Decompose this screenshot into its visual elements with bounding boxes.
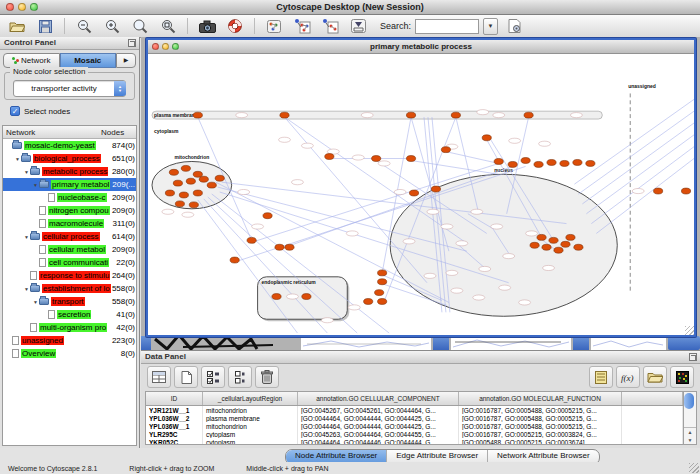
table-row[interactable]: YPL036W__2plasma membrane[GO:0044464, GO… [146, 414, 683, 422]
network-node[interactable] [681, 188, 690, 194]
network-node[interactable] [508, 161, 517, 167]
zoom-out-button[interactable] [72, 17, 96, 36]
tree-expand-icon[interactable]: ▼ [23, 234, 30, 240]
column-header[interactable]: _cellularLayoutRegion [203, 392, 298, 406]
tree-item[interactable]: macromolecule311(0) [3, 217, 136, 230]
select-attributes-button[interactable] [147, 366, 171, 388]
view-minimize-button[interactable] [162, 43, 169, 50]
network-node[interactable] [586, 160, 595, 166]
network-node[interactable] [406, 156, 415, 162]
delete-attribute-button[interactable] [255, 366, 279, 388]
table-row[interactable]: YJR121W__1mitochondrion[GO:0045267, GO:0… [146, 406, 683, 415]
network-node[interactable] [482, 135, 491, 141]
network-view-titlebar[interactable]: primary metabolic process [148, 40, 694, 54]
tree-expand-icon[interactable]: ▼ [14, 156, 21, 162]
tree-item[interactable]: unassigned223(0) [3, 334, 136, 347]
network-node[interactable] [534, 161, 543, 167]
scroll-up-icon[interactable]: ▲ [688, 429, 693, 435]
zoom-in-button[interactable] [100, 17, 124, 36]
tab-network[interactable]: Network [3, 53, 60, 68]
network-node[interactable] [494, 159, 503, 165]
network-node[interactable] [364, 299, 373, 305]
network-node[interactable] [175, 201, 184, 207]
more-tabs-button[interactable]: ▶ [116, 53, 136, 68]
tree-item[interactable]: mosaic-demo-yeast874(0) [3, 139, 136, 152]
export-image-button[interactable] [195, 17, 219, 36]
matrix-view-button[interactable] [670, 366, 694, 388]
network-node[interactable] [378, 279, 387, 285]
select-nodes-checkbox[interactable]: ✓ [10, 106, 20, 116]
network-view-window[interactable]: primary metabolic process plasma membran… [146, 38, 696, 337]
network-overview-button[interactable] [262, 17, 286, 36]
search-options-dropdown[interactable]: ▼ [483, 18, 498, 35]
zoom-fit-button[interactable] [156, 17, 180, 36]
network-node[interactable] [560, 160, 569, 166]
network-node[interactable] [263, 213, 272, 219]
network-node[interactable] [280, 112, 289, 118]
network-node[interactable] [173, 180, 182, 186]
network-canvas[interactable]: plasma membranecytoplasmmitochondrionnuc… [148, 54, 694, 335]
tree-expand-icon[interactable]: ▼ [23, 169, 30, 175]
table-row[interactable]: YKR052Ccytoplasm[GO:0044464, GO:0044446,… [146, 438, 683, 445]
column-header[interactable]: annotation.GO CELLULAR_COMPONENT [298, 392, 459, 406]
network-node[interactable] [451, 112, 460, 118]
window-resize-grip[interactable] [685, 326, 694, 335]
network-node[interactable] [542, 244, 551, 250]
network-node[interactable] [193, 112, 202, 118]
network-node[interactable] [409, 190, 418, 196]
network-node[interactable] [530, 242, 539, 248]
table-row[interactable]: YPL036W__1mitochondrion[GO:0044464, GO:0… [146, 422, 683, 430]
tree-item[interactable]: cell communicati22(0) [3, 256, 136, 269]
network-node[interactable] [554, 247, 563, 253]
network-node[interactable] [573, 159, 582, 165]
app-resize-grip[interactable] [689, 463, 699, 473]
tab-mosaic[interactable]: Mosaic [60, 53, 117, 68]
scroll-down-icon[interactable]: ▼ [688, 437, 693, 443]
network-node[interactable] [186, 178, 195, 184]
import-table-button[interactable] [346, 17, 370, 36]
open-session-button[interactable] [5, 17, 29, 36]
column-header[interactable]: ID [146, 392, 203, 406]
network-node[interactable] [285, 244, 294, 250]
unselect-all-attributes-button[interactable] [228, 366, 252, 388]
network-node[interactable] [199, 176, 208, 182]
network-node[interactable] [372, 156, 381, 162]
tree-item[interactable]: nucleobase-c209(0) [3, 191, 136, 204]
tree-expand-icon[interactable]: ▼ [23, 286, 30, 292]
float-panel-icon[interactable] [128, 39, 136, 47]
network-node[interactable] [378, 270, 387, 276]
scrollbar-arrows[interactable]: ▲▼ [684, 427, 696, 444]
network-node[interactable] [207, 182, 216, 188]
network-node[interactable] [325, 154, 334, 160]
network-node[interactable] [247, 237, 256, 243]
network-node[interactable] [521, 158, 530, 164]
app-titlebar[interactable]: Cytoscape Desktop (New Session) [0, 0, 700, 15]
tree-item[interactable]: ▼metabolic process280(0) [3, 165, 136, 178]
layout-selected-button[interactable] [318, 17, 342, 36]
create-attribute-button[interactable] [174, 366, 198, 388]
save-session-button[interactable] [33, 17, 57, 36]
network-node[interactable] [375, 290, 384, 296]
import-attributes-button[interactable] [643, 366, 667, 388]
layout-network-button[interactable] [290, 17, 314, 36]
tree-item[interactable]: multi-organism pro42(0) [3, 321, 136, 334]
network-node[interactable] [406, 112, 415, 118]
table-row[interactable]: YLR295Ccytoplasm[GO:0045263, GO:0044464,… [146, 430, 683, 438]
configure-search-button[interactable] [502, 17, 526, 36]
network-node[interactable] [561, 241, 570, 247]
view-close-button[interactable] [152, 43, 159, 50]
network-node[interactable] [566, 234, 575, 240]
network-node[interactable] [275, 244, 284, 250]
tree-item[interactable]: response to stimulu264(0) [3, 269, 136, 282]
network-node[interactable] [537, 234, 546, 240]
network-node[interactable] [165, 190, 174, 196]
view-zoom-button[interactable] [172, 43, 179, 50]
tree-item[interactable]: ▼cellular process614(0) [3, 230, 136, 243]
network-node[interactable] [179, 192, 188, 198]
tree-item[interactable]: ▼biological_process651(0) [3, 152, 136, 165]
tree-expand-icon[interactable]: ▼ [32, 299, 39, 305]
tree-expand-icon[interactable]: ▼ [32, 182, 39, 188]
column-header[interactable]: annotation.GO MOLECULAR_FUNCTION [459, 392, 622, 406]
tree-item[interactable]: nitrogen compou209(0) [3, 204, 136, 217]
network-node[interactable] [193, 190, 202, 196]
